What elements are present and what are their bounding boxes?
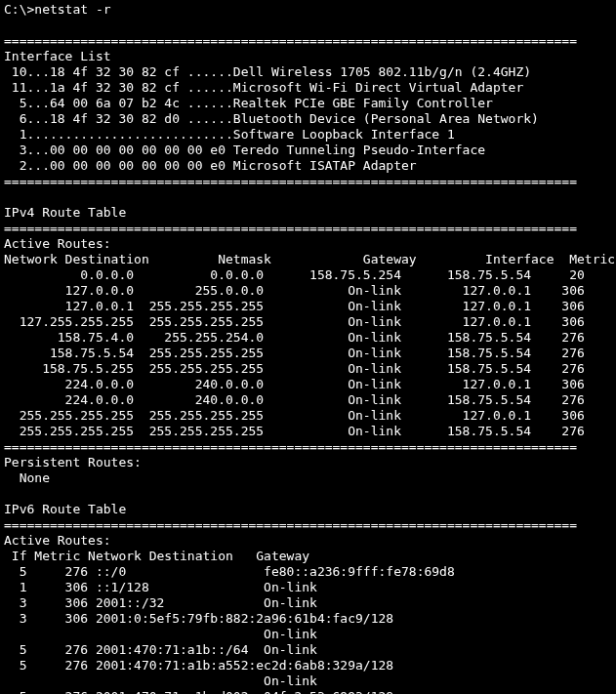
terminal-output: C:\>netstat -r =========================… xyxy=(0,0,616,694)
